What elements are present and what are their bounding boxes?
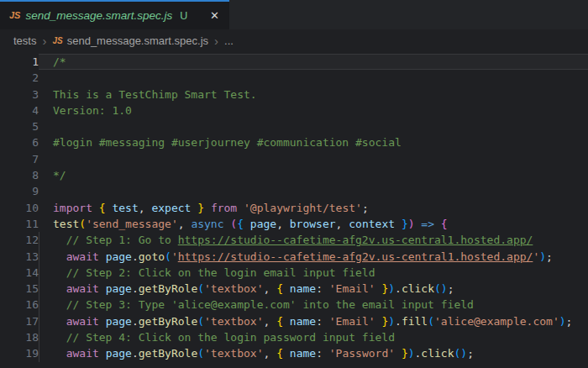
code-text: await page.goto('https://studio--cafetim… (39, 249, 588, 265)
breadcrumb-item-symbol[interactable]: ... (224, 34, 234, 47)
git-untracked-badge: U (180, 10, 187, 22)
line-number: 13 (0, 249, 39, 265)
code-text: #login #messaging #userjourney #communic… (39, 134, 588, 150)
code-line[interactable]: 9 (0, 183, 588, 199)
code-line[interactable]: 4Version: 1.0 (0, 103, 588, 118)
line-number: 12 (0, 232, 39, 248)
code-line[interactable]: 19 await page.getByRole('textbox', { nam… (0, 345, 588, 361)
line-number: 9 (0, 183, 39, 199)
code-line[interactable]: 7 (0, 151, 588, 167)
code-line[interactable]: 12 // Step 1: Go to https://studio--cafe… (0, 232, 588, 248)
code-text: // Step 3: Type 'alice@example.com' into… (39, 297, 588, 313)
code-line[interactable]: 8*/ (0, 167, 588, 183)
code-line[interactable]: 18 // Step 4: Click on the login passwor… (0, 329, 588, 345)
javascript-file-icon: JS (52, 37, 62, 45)
line-number: 17 (0, 313, 39, 329)
code-text: // Step 1: Go to https://studio--cafetim… (39, 232, 588, 248)
line-number: 8 (0, 167, 39, 183)
code-line[interactable]: 17 await page.getByRole('textbox', { nam… (0, 313, 588, 329)
code-line[interactable]: 14 // Step 2: Click on the login email i… (0, 265, 588, 281)
code-line[interactable]: 6#login #messaging #userjourney #communi… (0, 134, 588, 150)
chevron-right-icon: › (214, 34, 218, 47)
code-text: This is a TestChimp Smart Test. (39, 87, 588, 103)
line-number: 18 (0, 329, 39, 345)
line-number: 14 (0, 265, 39, 281)
code-editor[interactable]: 1/*23This is a TestChimp Smart Test.4Ver… (0, 52, 588, 368)
line-number: 11 (0, 216, 39, 232)
breadcrumb-item-tests[interactable]: tests (13, 34, 36, 47)
line-number: 3 (0, 87, 39, 103)
line-number: 15 (0, 281, 39, 297)
code-text: // Step 2: Click on the login email inpu… (39, 265, 588, 281)
code-text: /* (39, 54, 588, 70)
code-text (39, 70, 588, 86)
code-text: await page.getByRole('textbox', { name: … (39, 345, 588, 361)
code-line[interactable]: 10import { test, expect } from '@playwri… (0, 200, 588, 216)
tab-active-file[interactable]: JS send_message.smart.spec.js U ✕ (0, 0, 229, 29)
vscode-window: JS send_message.smart.spec.js U ✕ tests … (0, 0, 588, 368)
code-text (39, 183, 588, 199)
chevron-right-icon: › (42, 34, 46, 47)
code-text: Version: 1.0 (39, 103, 588, 118)
code-line[interactable]: 13 await page.goto('https://studio--cafe… (0, 249, 588, 265)
code-line[interactable]: 1/* (0, 54, 588, 70)
code-line[interactable]: 15 await page.getByRole('textbox', { nam… (0, 281, 588, 297)
tab-bar: JS send_message.smart.spec.js U ✕ (0, 0, 588, 29)
line-number: 19 (0, 345, 39, 361)
code-text: */ (39, 167, 588, 183)
line-number: 1 (0, 54, 39, 70)
code-text: // Step 4: Click on the login password i… (39, 329, 588, 345)
code-text: test('send_message', async ({ page, brow… (39, 216, 588, 232)
code-text (39, 118, 588, 134)
javascript-file-icon: JS (9, 11, 20, 20)
close-tab-icon[interactable]: ✕ (207, 8, 223, 24)
tab-label: send_message.smart.spec.js (25, 9, 172, 22)
code-line[interactable]: 5 (0, 118, 588, 134)
line-number: 6 (0, 134, 39, 150)
code-line[interactable]: 11test('send_message', async ({ page, br… (0, 216, 588, 232)
line-number: 7 (0, 151, 39, 167)
breadcrumb-item-filename[interactable]: send_message.smart.spec.js (67, 34, 208, 47)
line-number: 2 (0, 70, 39, 86)
code-text: await page.getByRole('textbox', { name: … (39, 281, 588, 297)
code-line[interactable]: 16 // Step 3: Type 'alice@example.com' i… (0, 297, 588, 313)
code-text: await page.getByRole('textbox', { name: … (39, 313, 588, 329)
code-text (39, 151, 588, 167)
breadcrumb: tests › JS send_message.smart.spec.js › … (0, 29, 588, 52)
code-line[interactable]: 3This is a TestChimp Smart Test. (0, 87, 588, 103)
line-number: 5 (0, 118, 39, 134)
line-number: 10 (0, 200, 39, 216)
line-number: 4 (0, 103, 39, 118)
code-line[interactable]: 2 (0, 70, 588, 86)
line-number: 16 (0, 297, 39, 313)
code-text: import { test, expect } from '@playwrigh… (39, 200, 588, 216)
